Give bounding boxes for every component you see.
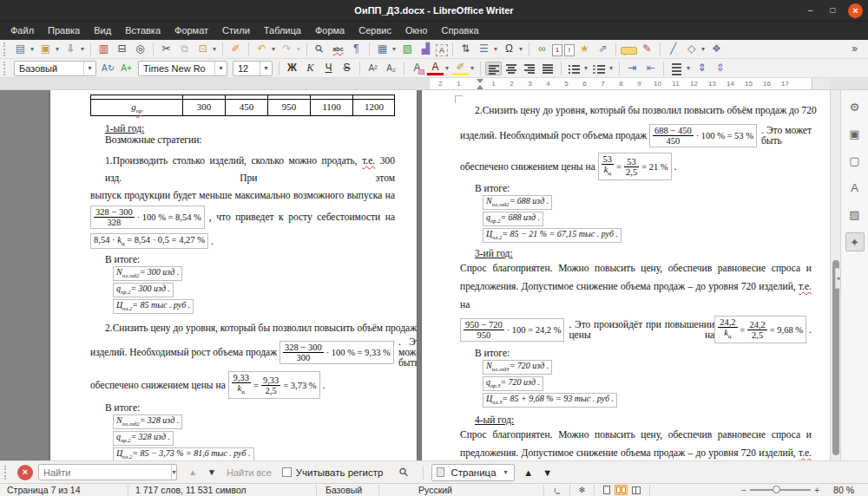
navigator-deck-icon[interactable]: ✦ [845,232,865,251]
open-file-button[interactable]: ▣ [37,42,54,57]
copy-button[interactable]: ⧉ [176,42,193,57]
page-style-status[interactable]: Базовый [317,485,379,496]
redo-button[interactable]: ↷ [279,42,295,57]
indent-marker[interactable] [477,79,484,88]
close-button[interactable]: × [848,3,863,18]
find-replace-icon[interactable]: ⚲ [393,461,415,483]
para-space-increase-button[interactable]: ⇕ [694,61,710,76]
undo-dropdown[interactable]: ▾ [270,42,277,57]
update-style-button[interactable]: A↻ [100,61,116,76]
formula-object[interactable]: 950 − 720950 · 100 = 24,2 % [460,318,564,342]
bullet-list-dropdown[interactable]: ▾ [582,61,589,76]
line-spacing-dropdown[interactable]: ▾ [685,61,692,76]
bullet-list-button[interactable] [566,62,582,75]
match-case-checkbox[interactable] [282,467,292,477]
formula-object[interactable]: qпр.2= 300 изд . [113,283,174,298]
toolbar-overflow-button[interactable]: » [846,42,863,57]
new-document-button[interactable]: ▤ [12,42,29,57]
toolbar-grip[interactable] [3,42,8,56]
maximize-button[interactable]: ▢ [825,3,840,18]
formula-object[interactable]: 8,54 · kц = 8,54 · 0,5 = 4,27 % [90,233,208,249]
menu-help[interactable]: Справка [434,22,485,40]
menu-edit[interactable]: Правка [41,22,87,40]
para-space-decrease-button[interactable]: ⇕ [712,61,728,76]
align-center-button[interactable] [503,62,520,75]
search-input[interactable] [39,465,171,480]
menu-file[interactable]: Файл [3,22,41,40]
basic-shapes-button[interactable]: ◇ [683,42,700,57]
cut-button[interactable]: ✂ [158,42,174,57]
chevron-down-icon[interactable]: ▾ [214,62,227,75]
spelling-button[interactable]: abc [330,42,346,57]
menu-form[interactable]: Форма [308,22,352,40]
chevron-down-icon[interactable]: ▾ [500,468,512,476]
navigate-next-button[interactable]: ▼ [538,467,557,478]
zoom-level[interactable]: 80 % [823,485,863,496]
match-case-option[interactable]: Учитывать регистр [282,467,384,478]
save-status-icon[interactable]: ✻ [570,485,595,496]
minimize-button[interactable]: – [803,3,818,18]
formula-object[interactable]: Nпл.год2= 688 изд . [483,195,552,211]
document-table[interactable]: gпр 30045095011001200 [90,95,395,116]
font-size-combo[interactable]: 12 ▾ [233,61,273,76]
subscript-button[interactable]: A₂ [383,61,399,76]
clone-formatting-button[interactable]: ✐ [227,42,244,57]
formula-object[interactable]: qпр.3= 720 изд . [483,376,543,392]
chevron-down-icon[interactable]: ▾ [171,465,176,480]
font-color-button[interactable]: A [427,61,444,75]
navigate-previous-button[interactable]: ▲ [519,467,538,478]
formula-object[interactable]: qпр.2= 328 изд . [113,431,174,447]
superscript-button[interactable]: A² [365,61,381,76]
clear-formatting-button[interactable]: A [409,61,425,76]
special-character-button[interactable]: Ω [501,42,517,57]
special-character-dropdown[interactable]: ▾ [517,42,524,57]
formula-object[interactable]: 328 − 300328 · 100 % = 8,54 % [90,206,205,229]
menu-window[interactable]: Окно [398,22,435,40]
menu-view[interactable]: Вид [87,22,118,40]
document-page-right[interactable]: 2.Снизить цену до уровня, который бы поз… [422,90,830,460]
single-page-view-button[interactable] [603,486,610,494]
menu-styles[interactable]: Стили [215,22,257,40]
strikethrough-button[interactable]: S [339,61,355,76]
find-replace-button[interactable]: ⚲ [308,37,331,60]
new-document-dropdown[interactable]: ▾ [29,42,36,57]
properties-deck-icon[interactable]: ▣ [845,125,865,144]
insert-table-dropdown[interactable]: ▾ [391,42,398,57]
find-next-button[interactable]: ▼ [203,467,220,477]
formula-object[interactable]: Цпл.2= 85 − 3,73 % = 81,6 тыс . руб . [113,447,254,461]
basic-shapes-dropdown[interactable]: ▾ [700,42,707,57]
navigate-by-combo[interactable]: Страница ▾ [431,464,514,481]
chevron-down-icon[interactable]: ▾ [83,62,95,75]
menu-tools[interactable]: Сервис [352,22,398,40]
formula-object[interactable]: 688 − 450450 · 100 % = 53 % [649,124,757,147]
print-button[interactable]: ⊟ [114,42,130,57]
export-pdf-button[interactable]: ▥ [95,42,112,57]
save-dropdown[interactable]: ▾ [79,42,86,57]
undo-button[interactable]: ↶ [253,42,270,57]
insert-bookmark-button[interactable]: ★ [576,42,593,57]
scrollbar-thumb[interactable] [832,260,839,455]
formula-object[interactable]: 53kц = 532,5 = 21 % [598,153,672,180]
track-changes-button[interactable]: ✎ [639,42,655,57]
insert-field-button[interactable]: ☰ [476,42,492,57]
align-justify-button[interactable] [540,62,556,75]
draw-functions-button[interactable]: ❖ [708,42,725,57]
bold-button[interactable]: Ж [284,61,300,76]
find-previous-button[interactable]: ▲ [184,467,201,477]
close-find-bar-button[interactable]: × [17,465,33,480]
zoom-out-button[interactable]: − [741,486,746,495]
open-file-dropdown[interactable]: ▾ [54,42,61,57]
menu-insert[interactable]: Вставка [118,22,168,40]
document-page-left[interactable]: gпр 30045095011001200 1-ый год: Возможны… [50,90,417,460]
formula-object[interactable]: 328 − 300300 · 100 % = 9,33 % [279,341,394,364]
formula-object[interactable]: Цпл.3= 85 + 9,68 % = 93 тыс . руб . [483,393,617,408]
formula-object[interactable]: Nпл.год2= 300 изд . [113,266,182,282]
insert-footnote-button[interactable]: 1 [552,44,562,56]
paste-button[interactable]: ⊡ [194,42,211,57]
page-break-button[interactable]: ⇅ [457,42,474,57]
font-name-combo[interactable]: Times New Ro ▾ [138,61,227,76]
new-style-button[interactable]: A+ [118,61,135,76]
paste-dropdown[interactable]: ▾ [211,42,218,57]
font-color-dropdown[interactable]: ▾ [444,61,450,76]
formula-object[interactable]: Цпл.2= 85 − 21 % = 67,15 тыс . руб . [483,228,621,244]
